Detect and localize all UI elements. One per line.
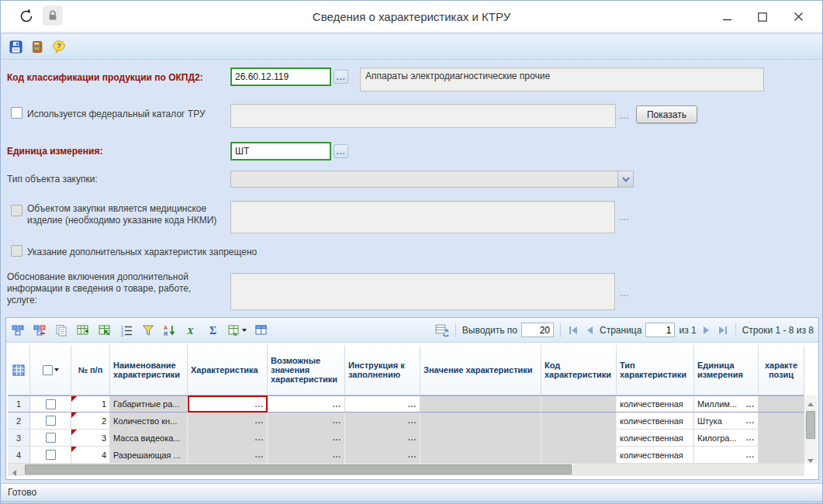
show-button[interactable]: Показать: [636, 105, 697, 123]
characteristic-cell[interactable]: ...: [188, 430, 268, 447]
col-unit[interactable]: Единица измерения: [694, 345, 759, 395]
table-row[interactable]: 3 3 Масса видеока... ... ... ... количес…: [8, 430, 804, 447]
col-instruction[interactable]: Инструкция к заполнению: [345, 345, 420, 395]
unit-input[interactable]: [230, 142, 331, 161]
instruction-cell[interactable]: ...: [345, 430, 420, 447]
cell-editor-dots[interactable]: ...: [333, 433, 341, 442]
numbered-list-icon[interactable]: 123: [119, 323, 133, 337]
scroll-up-icon[interactable]: [807, 398, 814, 406]
vertical-scrollbar[interactable]: [804, 395, 817, 464]
col-possible-values[interactable]: Возможные значения характеристики: [268, 345, 345, 395]
cell-editor-dots[interactable]: ...: [255, 416, 264, 425]
federal-catalog-lookup-dots[interactable]: ...: [620, 111, 629, 120]
row-checkbox[interactable]: [46, 433, 56, 443]
unit-lookup-button[interactable]: ...: [334, 144, 348, 158]
row-header[interactable]: 1: [8, 395, 30, 413]
cell-editor-dots[interactable]: ...: [333, 400, 341, 409]
federal-catalog-checkbox[interactable]: [11, 107, 22, 119]
purchase-type-select[interactable]: [230, 171, 634, 188]
possible-values-cell[interactable]: ...: [268, 395, 345, 413]
column-settings-icon[interactable]: [254, 323, 268, 337]
chevron-down-icon[interactable]: [617, 171, 633, 187]
select-all-checkbox[interactable]: [43, 365, 53, 375]
row-checkbox[interactable]: [46, 416, 56, 426]
medical-checkbox[interactable]: [11, 205, 22, 216]
possible-values-cell[interactable]: ...: [268, 413, 345, 430]
col-code[interactable]: Код характеристики: [541, 345, 617, 395]
instruction-cell[interactable]: ...: [345, 447, 420, 464]
justification-textarea[interactable]: [230, 273, 615, 310]
add-row-icon[interactable]: [11, 323, 25, 337]
cell-editor-dots[interactable]: ...: [255, 433, 264, 442]
okpd2-lookup-button[interactable]: ...: [334, 70, 348, 84]
col-npp[interactable]: № п/п: [71, 345, 110, 395]
filter-icon[interactable]: [141, 323, 155, 337]
characteristic-cell[interactable]: ...: [188, 413, 268, 430]
scroll-left-icon[interactable]: [11, 466, 19, 480]
possible-values-cell[interactable]: ...: [268, 447, 345, 464]
cell-editor-dots[interactable]: ...: [408, 433, 417, 442]
unit-cell[interactable]: Штука...: [694, 413, 759, 430]
no-additional-checkbox[interactable]: [11, 245, 22, 257]
sum-icon[interactable]: Σ: [206, 323, 220, 337]
vertical-scroll-thumb[interactable]: [806, 411, 815, 439]
sort-icon[interactable]: АЯ: [163, 323, 177, 337]
instruction-cell[interactable]: ...: [345, 413, 420, 430]
possible-values-cell[interactable]: ...: [268, 430, 345, 447]
minimize-icon[interactable]: [709, 1, 745, 33]
cell-editor-dots[interactable]: ...: [408, 416, 417, 425]
col-type[interactable]: Тип характеристики: [617, 345, 694, 395]
horizontal-scroll-thumb[interactable]: [25, 464, 572, 475]
row-checkbox[interactable]: [46, 399, 56, 409]
row-header[interactable]: 3: [8, 430, 30, 447]
cell-editor-dots[interactable]: ...: [255, 450, 264, 459]
delete-row-icon[interactable]: [33, 323, 47, 337]
unit-cell[interactable]: Миллим......: [694, 395, 759, 413]
cell-editor-dots[interactable]: ...: [408, 400, 417, 409]
last-page-icon[interactable]: [717, 324, 729, 337]
cell-editor-dots[interactable]: ...: [746, 416, 755, 425]
cell-editor-dots[interactable]: ...: [333, 450, 341, 459]
okpd2-input[interactable]: [230, 67, 331, 86]
table-row[interactable]: 1 1 Габаритные ра... ... ... ... количес…: [8, 395, 804, 413]
cell-editor-dots[interactable]: ...: [746, 400, 755, 409]
characteristic-cell[interactable]: ...: [188, 395, 268, 413]
cell-editor-dots[interactable]: ...: [746, 450, 755, 459]
table-arrow-icon[interactable]: [98, 323, 112, 337]
help-icon[interactable]: ?: [52, 40, 66, 54]
col-characteristic[interactable]: Характеристика: [188, 345, 268, 395]
cell-editor-dots[interactable]: ...: [408, 450, 417, 459]
row-checkbox[interactable]: [46, 450, 56, 460]
instruction-cell[interactable]: ...: [345, 395, 420, 413]
prev-page-icon[interactable]: [583, 324, 596, 337]
journal-icon[interactable]: [30, 40, 44, 54]
maximize-icon[interactable]: [745, 1, 780, 33]
cell-editor-dots[interactable]: ...: [255, 400, 264, 409]
select-all-header[interactable]: [30, 345, 71, 395]
first-page-icon[interactable]: [567, 324, 579, 337]
table-row[interactable]: 2 2 Количество кн... ... ... ... количес…: [8, 413, 804, 430]
col-name[interactable]: Наименование характеристики: [110, 345, 188, 395]
horizontal-scrollbar[interactable]: [8, 464, 804, 476]
scroll-down-icon[interactable]: [807, 454, 814, 461]
row-header[interactable]: 4: [8, 447, 30, 464]
select-table-icon[interactable]: [8, 345, 30, 395]
excel-export-icon[interactable]: X: [185, 323, 199, 337]
page-size-input[interactable]: [521, 323, 554, 337]
col-position[interactable]: характе позиц: [759, 345, 804, 395]
unit-cell[interactable]: Килогра......: [694, 430, 759, 447]
col-value[interactable]: Значение характеристики: [420, 345, 541, 395]
close-icon[interactable]: [780, 1, 816, 33]
row-header[interactable]: 2: [8, 413, 30, 430]
medical-lookup-dots[interactable]: ...: [620, 212, 629, 222]
justification-lookup-dots[interactable]: ...: [620, 288, 629, 298]
table-add-icon[interactable]: [76, 323, 90, 337]
table-excel-menu-icon[interactable]: x: [228, 323, 247, 337]
characteristic-cell[interactable]: ...: [188, 447, 268, 464]
copy-row-icon[interactable]: [54, 323, 68, 337]
page-input[interactable]: [645, 323, 675, 337]
save-icon[interactable]: [9, 40, 22, 54]
cell-editor-dots[interactable]: ...: [333, 416, 341, 425]
unit-cell[interactable]: ...: [694, 447, 759, 464]
refresh-grid-icon[interactable]: [435, 323, 449, 337]
